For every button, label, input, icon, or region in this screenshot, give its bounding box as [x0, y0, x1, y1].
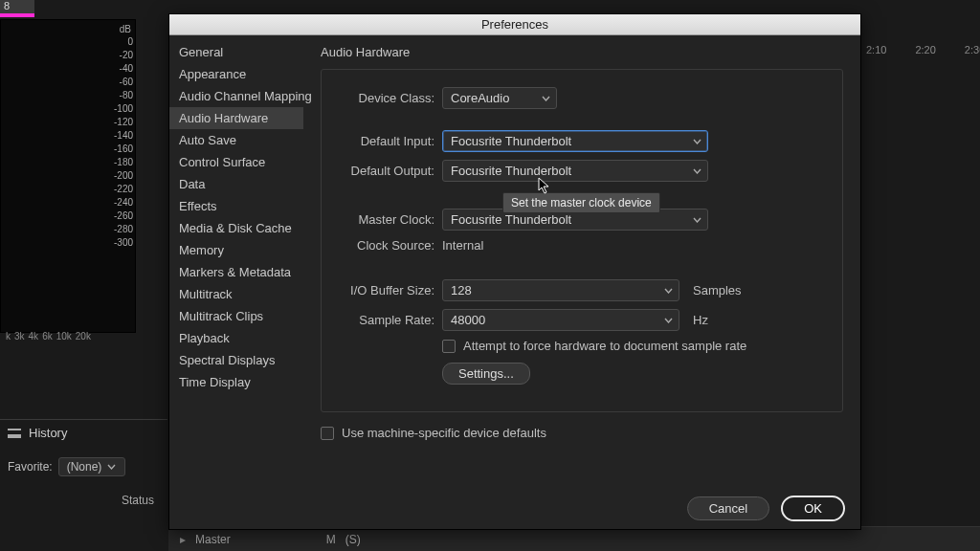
- favorite-select[interactable]: (None): [58, 457, 125, 476]
- chevron-down-icon: [693, 217, 702, 223]
- meter-tick: -40: [114, 64, 133, 77]
- ruler-tick: 2:30: [965, 44, 980, 63]
- mute-indicator[interactable]: M: [326, 533, 336, 546]
- sidebar-item[interactable]: Markers & Metadata: [169, 261, 303, 283]
- frequency-axis: k3k4k6k10k20k: [0, 331, 136, 342]
- master-clock-tooltip: Set the master clock device: [502, 192, 660, 213]
- preferences-sidebar: GeneralAppearanceAudio Channel MappingAu…: [169, 35, 303, 487]
- cursor-icon: [538, 177, 551, 194]
- level-meter: dB 0-20-40-60-80-100-120-140-160-180-200…: [0, 19, 136, 333]
- sidebar-item[interactable]: Media & Disk Cache: [169, 217, 303, 239]
- chevron-down-icon: [664, 288, 673, 294]
- favorite-label: Favorite:: [8, 460, 53, 474]
- default-output-label: Default Output:: [337, 164, 434, 178]
- sidebar-item[interactable]: Playback: [169, 327, 303, 349]
- machine-defaults-checkbox[interactable]: [321, 427, 334, 440]
- history-title: History: [29, 426, 67, 440]
- ruler-tick: 2:10: [866, 44, 886, 63]
- meter-tick: -140: [114, 131, 133, 144]
- cancel-button[interactable]: Cancel: [687, 496, 769, 520]
- preferences-dialog: Preferences GeneralAppearanceAudio Chann…: [168, 13, 861, 530]
- master-clock-label: Master Clock:: [337, 212, 434, 227]
- meter-tick: -60: [114, 77, 133, 91]
- ruler-tick: 2:20: [915, 44, 935, 63]
- workspace-tab[interactable]: 8: [0, 0, 34, 13]
- sidebar-item[interactable]: Multitrack Clips: [169, 305, 303, 327]
- status-label: Status: [8, 494, 160, 507]
- io-buffer-suffix: Samples: [693, 283, 742, 298]
- freq-tick: 4k: [29, 331, 39, 342]
- chevron-down-icon: [107, 464, 116, 470]
- freq-tick: k: [6, 331, 11, 342]
- sidebar-item[interactable]: Control Surface: [169, 151, 303, 173]
- meter-tick: -80: [114, 91, 133, 104]
- sidebar-item[interactable]: Effects: [169, 195, 303, 217]
- sidebar-item[interactable]: Multitrack: [169, 283, 303, 305]
- force-sr-label: Attempt to force hardware to document sa…: [463, 339, 746, 353]
- sidebar-item[interactable]: Appearance: [169, 63, 303, 85]
- machine-defaults-label: Use machine-specific device defaults: [342, 426, 546, 440]
- sample-rate-select[interactable]: 48000: [442, 309, 679, 331]
- force-sr-checkbox[interactable]: [442, 340, 456, 353]
- chevron-down-icon: [693, 168, 702, 174]
- timeline-ruler: 2:102:202:30: [866, 44, 980, 63]
- default-input-select[interactable]: Focusrite Thunderbolt: [442, 130, 708, 152]
- meter-tick: -180: [114, 158, 133, 171]
- meter-tick: -160: [114, 144, 133, 158]
- device-class-label: Device Class:: [337, 91, 434, 105]
- hardware-settings-button[interactable]: Settings...: [442, 363, 530, 385]
- clock-source-value: Internal: [442, 238, 483, 253]
- sidebar-item[interactable]: General: [169, 41, 303, 63]
- expand-arrow-icon[interactable]: ▸: [180, 533, 186, 546]
- meter-tick: -220: [114, 185, 133, 198]
- sidebar-item[interactable]: Auto Save: [169, 129, 303, 151]
- dialog-title: Preferences: [169, 14, 860, 35]
- sidebar-item[interactable]: Audio Channel Mapping: [169, 85, 303, 107]
- section-title: Audio Hardware: [321, 45, 843, 59]
- device-class-select[interactable]: CoreAudio: [442, 87, 557, 109]
- panel-menu-icon[interactable]: [8, 429, 21, 438]
- sidebar-item[interactable]: Spectral Displays: [169, 349, 303, 371]
- ok-button[interactable]: OK: [781, 496, 845, 521]
- sidebar-item[interactable]: Audio Hardware: [169, 107, 303, 129]
- dialog-footer: Cancel OK: [169, 487, 860, 529]
- meter-tick: -120: [114, 118, 133, 131]
- chevron-down-icon: [542, 96, 550, 101]
- sample-rate-suffix: Hz: [693, 313, 708, 327]
- meter-tick: -240: [114, 198, 133, 211]
- io-buffer-select[interactable]: 128: [442, 279, 679, 301]
- audio-hardware-section: Device Class: CoreAudio Default Input: F…: [321, 69, 843, 412]
- preferences-content: Audio Hardware Device Class: CoreAudio D…: [303, 35, 860, 487]
- meter-tick: -200: [114, 171, 133, 185]
- history-panel: History Favorite: (None) Status: [0, 419, 167, 513]
- sample-rate-label: Sample Rate:: [337, 313, 434, 327]
- io-buffer-label: I/O Buffer Size:: [337, 283, 434, 298]
- sidebar-item[interactable]: Time Display: [169, 371, 303, 393]
- default-output-select[interactable]: Focusrite Thunderbolt: [442, 160, 708, 182]
- meter-unit: dB: [120, 24, 131, 34]
- freq-tick: 20k: [76, 331, 91, 342]
- sidebar-item[interactable]: Memory: [169, 239, 303, 261]
- chevron-down-icon: [664, 318, 673, 323]
- default-input-label: Default Input:: [337, 134, 434, 148]
- freq-tick: 6k: [42, 331, 53, 342]
- sidebar-item[interactable]: Data: [169, 173, 303, 195]
- solo-indicator[interactable]: (S): [345, 533, 361, 546]
- freq-tick: 3k: [14, 331, 25, 342]
- meter-tick: -300: [114, 238, 133, 252]
- clock-source-label: Clock Source:: [337, 238, 434, 253]
- freq-tick: 10k: [56, 331, 72, 342]
- meter-tick: -100: [114, 104, 133, 118]
- meter-tick: 0: [114, 37, 133, 51]
- meter-tick: -280: [114, 225, 133, 238]
- chevron-down-icon: [693, 139, 702, 144]
- track-name: Master: [195, 533, 231, 546]
- tab-underline: [0, 13, 34, 17]
- meter-tick: -20: [114, 51, 133, 64]
- meter-tick: -260: [114, 211, 133, 225]
